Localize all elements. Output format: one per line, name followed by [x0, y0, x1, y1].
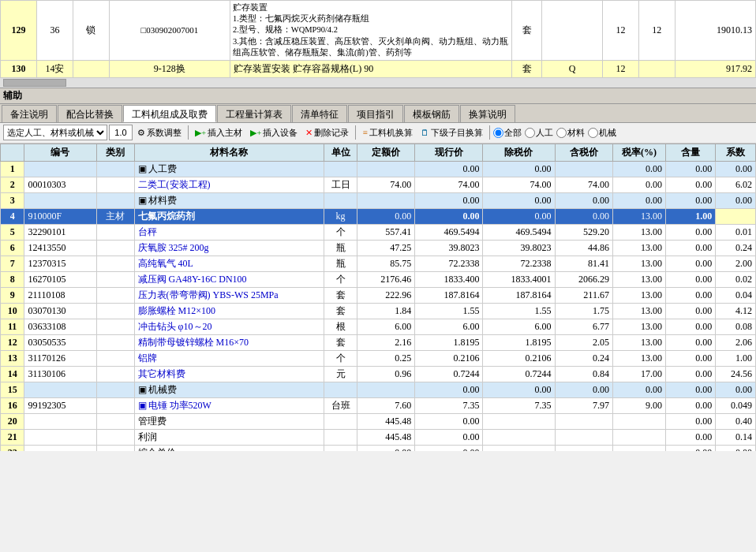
table-row[interactable]: 1▣人工费0.000.000.000.000.00 — [1, 161, 756, 177]
insert-equipment-btn[interactable]: ▶+ 插入设备 — [247, 125, 301, 140]
cell-taxrate: 13.00 — [612, 208, 665, 224]
cell-withtax-price — [555, 413, 612, 429]
cell-code: 12370315 — [24, 255, 96, 271]
cell-category — [96, 334, 134, 350]
sub-calc-btn[interactable]: 🗒 下级子目换算 — [417, 125, 486, 140]
cell-category — [96, 287, 134, 303]
tab-xiangmuzhiyin[interactable]: 项目指引 — [348, 105, 403, 122]
radio-machine-input[interactable] — [588, 128, 598, 138]
table-row[interactable]: 532290101台秤个557.41469.5494469.5494529.20… — [1, 224, 756, 240]
cell-code: 12413550 — [24, 240, 96, 255]
cell-current-price: 1833.400 — [415, 271, 483, 287]
table-row[interactable]: 816270105减压阀 GA48Y-16C DN100个2176.461833… — [1, 271, 756, 287]
cell-notax-price — [483, 413, 555, 429]
cell-notax-price: 1.8195 — [483, 334, 555, 350]
radio-all-label[interactable]: 全部 — [493, 127, 522, 139]
cell-name: 七氟丙烷药剂 — [134, 208, 324, 224]
cell-current-price: 39.8023 — [415, 240, 483, 255]
cell-current-price: 0.00 — [415, 382, 483, 397]
tab-beizhu[interactable]: 备注说明 — [2, 105, 57, 122]
cell-code: 03050535 — [24, 334, 96, 350]
cell-notax-price: 72.2338 — [483, 255, 555, 271]
calc-label: 工料机换算 — [369, 127, 413, 139]
cell-rownum: 2 — [1, 177, 24, 192]
table-row[interactable]: 200010303二类工(安装工程)工日74.0074.0074.0074.00… — [1, 177, 756, 192]
radio-machine-label[interactable]: 机械 — [588, 127, 616, 139]
material-type-select[interactable]: 选定人工、材料或机械 — [3, 125, 107, 140]
cell-fixed-price: 85.75 — [357, 255, 414, 271]
cell-withtax-price: 0.00 — [555, 208, 612, 224]
multiplier-input[interactable] — [109, 125, 133, 140]
table-row[interactable]: 1103633108冲击钻头 φ10～20根6.006.006.006.7713… — [1, 319, 756, 334]
col4: 贮存装置 1.类型：七氟丙烷灭火药剂储存瓶组 2.型号、规格：WQMP90/4.… — [230, 1, 511, 61]
cell-current-price: 187.8164 — [415, 287, 483, 303]
calc-btn[interactable]: ≡ 工料机换算 — [359, 125, 415, 140]
radio-all-input[interactable] — [493, 128, 503, 138]
table-row[interactable]: 3▣材料费0.000.000.000.000.000.00 — [1, 192, 756, 208]
cell-taxrate: 0.00 — [612, 177, 665, 192]
cell-notax-price: 6.00 — [483, 319, 555, 334]
cell-rownum: 22 — [1, 445, 24, 451]
col2 — [73, 60, 109, 77]
table-row[interactable]: 1003070130膨胀螺栓 M12×100套1.841.551.551.751… — [1, 303, 756, 319]
cell-notax-price — [483, 445, 555, 451]
tab-gongliaoji[interactable]: 工料机组成及取费 — [123, 105, 216, 122]
tab-gongchengliang[interactable]: 工程量计算表 — [217, 105, 291, 122]
header-taxrate: 税率(%) — [612, 144, 665, 161]
cell-category — [96, 224, 134, 240]
cell-rownum: 3 — [1, 192, 24, 208]
table-row[interactable]: 4910000F主材七氟丙烷药剂kg0.000.000.000.0013.001… — [1, 208, 756, 224]
insert-main-btn[interactable]: ▶+ 插入主材 — [192, 125, 245, 140]
col3: 9-128换 — [109, 60, 230, 77]
cell-coef: 0.00 — [716, 192, 756, 208]
scrollbar-thumb[interactable] — [3, 79, 66, 87]
cell-fixed-price: 2.16 — [357, 334, 414, 350]
cell-taxrate: 13.00 — [612, 350, 665, 366]
tab-huansuanshuoming[interactable]: 换算说明 — [460, 105, 515, 122]
cell-fixed-price: 6.00 — [357, 319, 414, 334]
delete-icon: ✕ — [305, 128, 313, 138]
cell-withtax-price — [555, 429, 612, 445]
cell-category — [96, 192, 134, 208]
tab-mubangangjin[interactable]: 模板钢筋 — [404, 105, 459, 122]
cell-unit — [324, 161, 357, 177]
delete-record-btn[interactable]: ✕ 删除记录 — [302, 125, 352, 140]
radio-labor-input[interactable] — [525, 128, 535, 138]
table-row[interactable]: 22综合单价0.000.000.000.00 — [1, 445, 756, 451]
cell-withtax-price: 529.20 — [555, 224, 612, 240]
cell-code — [24, 445, 96, 451]
cell-content: 0.00 — [666, 319, 716, 334]
horizontal-scrollbar[interactable] — [0, 78, 756, 88]
col6 — [542, 1, 603, 61]
insert-equipment-icon: ▶+ — [250, 128, 261, 138]
radio-material-label[interactable]: 材料 — [556, 127, 585, 139]
header-unit: 单位 — [324, 144, 357, 161]
table-row[interactable]: 921110108压力表(带弯带阀) YBS-WS 25MPa套222.9618… — [1, 287, 756, 303]
cell-unit — [324, 429, 357, 445]
data-table-wrapper[interactable]: 编号 类别 材料名称 单位 定额价 现行价 除税价 含税价 税率(%) 含量 系… — [0, 144, 756, 451]
tab-qingdantezheng[interactable]: 清单特征 — [292, 105, 347, 122]
row-num: 129 — [1, 1, 37, 61]
radio-labor-label[interactable]: 人工 — [525, 127, 553, 139]
table-header-row: 编号 类别 材料名称 单位 定额价 现行价 除税价 含税价 税率(%) 含量 系… — [1, 144, 756, 161]
table-row[interactable]: 712370315高纯氧气 40L瓶85.7572.233872.233881.… — [1, 255, 756, 271]
table-row[interactable]: 612413550庆氧胺 325# 200g瓶47.2539.802339.80… — [1, 240, 756, 255]
adjust-btn[interactable]: ⚙ 系数调整 — [134, 125, 185, 140]
tab-peihebiti[interactable]: 配合比替换 — [58, 105, 122, 122]
table-row[interactable]: 1203050535精制带母镀锌螺栓 M16×70套2.161.81951.81… — [1, 334, 756, 350]
table-row[interactable]: 1331170126铝牌个0.250.21060.21060.2413.000.… — [1, 350, 756, 366]
table-row[interactable]: 15▣机械费0.000.000.000.000.000.00 — [1, 382, 756, 397]
cell-content: 0.00 — [666, 429, 716, 445]
table-row[interactable]: 21利润445.480.000.000.14 — [1, 429, 756, 445]
cell-name: 庆氧胺 325# 200g — [134, 240, 324, 255]
cell-notax-price: 74.00 — [483, 177, 555, 192]
radio-material-input[interactable] — [556, 128, 567, 138]
top-section: 129 36 锁 □030902007001 贮存装置 1.类型：七氟丙烷灭火药… — [0, 0, 756, 88]
header-code: 编号 — [24, 144, 96, 161]
cell-withtax-price: 1.75 — [555, 303, 612, 319]
table-row[interactable]: 1699192305▣电锤 功率520W台班7.607.357.357.979.… — [1, 397, 756, 413]
table-row[interactable]: 20管理费445.480.000.000.40 — [1, 413, 756, 429]
cell-category — [96, 303, 134, 319]
header-fixed-price: 定额价 — [357, 144, 414, 161]
table-row[interactable]: 1431130106其它材料费元0.960.72440.72440.8417.0… — [1, 366, 756, 382]
